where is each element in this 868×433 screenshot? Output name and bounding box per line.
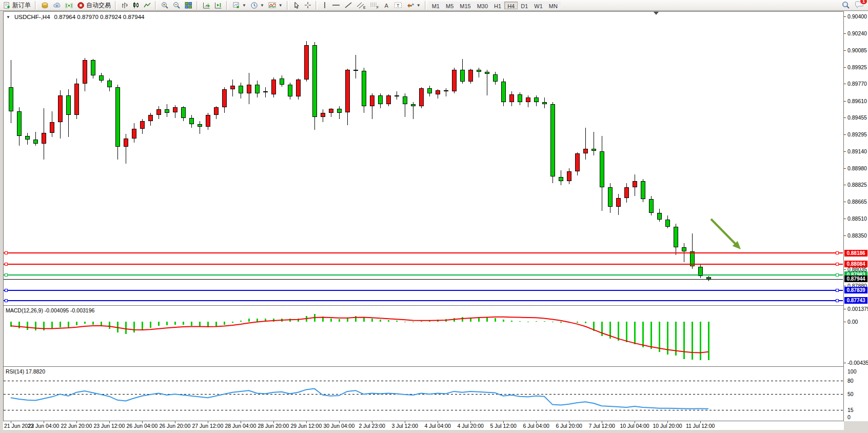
horizontal-line-button[interactable] xyxy=(330,1,342,10)
hline-price-badge: 0.88186 xyxy=(844,250,867,257)
fibonacci-icon: F xyxy=(370,2,379,9)
text-button[interactable]: A xyxy=(381,1,392,10)
signals-button[interactable] xyxy=(63,1,75,10)
zoom-out-button[interactable] xyxy=(171,1,183,10)
search-icon xyxy=(842,1,850,9)
fibonacci-button[interactable]: F xyxy=(368,1,381,10)
timeframe-w1[interactable]: W1 xyxy=(531,2,546,9)
timeframe-m5[interactable]: M5 xyxy=(443,2,457,9)
svg-text:E: E xyxy=(363,6,366,9)
chart-shift-button[interactable] xyxy=(212,1,224,10)
macd-axis-label: 0.00 xyxy=(847,319,858,325)
one-click-panel-toggle[interactable]: ▼ xyxy=(6,15,10,19)
tile-windows-button[interactable] xyxy=(183,1,194,10)
shapes-button[interactable]: ▼ xyxy=(404,1,423,10)
time-label: 27 Jun 12:00 xyxy=(192,423,224,429)
macd-axis-label: 0.001375 xyxy=(847,306,868,312)
gold-market-icon xyxy=(41,2,49,9)
timeframe-h1[interactable]: H1 xyxy=(491,2,504,9)
rsi-panel[interactable]: RSI(14) 17.8820 xyxy=(3,366,844,421)
rsi-axis-label: 15 xyxy=(847,407,854,413)
text-label-button[interactable]: T xyxy=(392,1,404,10)
timeframe-mn[interactable]: MN xyxy=(546,2,561,9)
price-tick-label: 0.89140 xyxy=(847,148,867,154)
equidistant-channel-button[interactable]: E xyxy=(354,1,368,10)
vertical-line-button[interactable] xyxy=(320,1,330,10)
line-chart-button[interactable] xyxy=(142,1,153,10)
dropdown-caret: ▼ xyxy=(260,3,264,8)
time-label: 10 Jul 20:00 xyxy=(653,423,682,429)
search-button[interactable] xyxy=(840,1,852,10)
separator xyxy=(115,1,117,10)
macd-panel[interactable]: MACD(12,26,9) -0.004095 -0.003196 xyxy=(3,305,844,367)
text-a-icon: A xyxy=(383,2,390,9)
timeframe-h4[interactable]: H4 xyxy=(504,2,518,9)
separator xyxy=(155,1,157,10)
separator xyxy=(315,1,318,10)
arrow-annotation xyxy=(4,12,843,306)
timeframe-m15[interactable]: M15 xyxy=(457,2,474,9)
price-axis[interactable]: 0.904000.902400.900850.899250.897700.896… xyxy=(844,11,868,421)
separator xyxy=(425,1,427,10)
price-tick-dash xyxy=(844,202,846,202)
autotrading-button[interactable]: 自动交易 xyxy=(75,1,113,10)
mt4-window: 新订单 自动交易 xyxy=(0,0,868,433)
price-tick-label: 0.90085 xyxy=(847,47,867,53)
cursor-button[interactable] xyxy=(291,1,302,10)
price-tick-label: 0.89925 xyxy=(847,64,867,70)
candlestick-chart-button[interactable] xyxy=(130,1,142,10)
chart-title: ▼ USDCHF-,H4 0.87964 0.87970 0.87924 0.8… xyxy=(6,14,144,20)
macd-tick-dash xyxy=(844,309,846,309)
time-label: 26 Jun 04:00 xyxy=(127,423,158,429)
time-label: 7 Jul 12:00 xyxy=(589,423,615,429)
auto-scroll-icon xyxy=(203,2,210,9)
zoom-in-icon xyxy=(161,2,169,9)
time-label: 11 Jul 12:00 xyxy=(686,423,715,429)
price-tick-dash xyxy=(844,16,846,17)
bar-chart-button[interactable] xyxy=(119,1,130,10)
bar-chart-icon xyxy=(121,2,128,9)
time-label: 3 Jul 12:00 xyxy=(392,423,418,429)
new-chart-button[interactable]: ▼ xyxy=(230,1,248,10)
price-tick-dash xyxy=(844,50,846,51)
time-label: 6 Jul 04:00 xyxy=(523,423,549,429)
timeframe-m1[interactable]: M1 xyxy=(429,2,443,9)
zoom-in-button[interactable] xyxy=(159,1,171,10)
main-chart-panel[interactable] xyxy=(3,11,844,306)
community-button[interactable] xyxy=(51,1,63,10)
crosshair-button[interactable] xyxy=(302,1,313,10)
timeframe-d1[interactable]: D1 xyxy=(518,2,531,9)
autotrading-label: 自动交易 xyxy=(86,1,111,10)
line-chart-icon xyxy=(144,2,151,9)
new-order-button[interactable]: 新订单 xyxy=(1,1,33,10)
time-label: 5 Jul 12:00 xyxy=(490,423,517,429)
period-button[interactable]: ▼ xyxy=(248,1,266,10)
market-button[interactable] xyxy=(39,1,51,10)
price-tick-label: 0.89295 xyxy=(847,131,867,137)
macd-label: MACD(12,26,9) -0.004095 -0.003196 xyxy=(6,307,94,313)
indicators-button[interactable]: ▼ xyxy=(266,1,285,10)
rsi-label: RSI(14) 17.8820 xyxy=(6,368,45,375)
time-axis[interactable]: 21 Jun 202322 Jun 04:0022 Jun 20:0023 Ju… xyxy=(3,421,844,430)
quote-ohlc: 0.87964 0.87970 0.87924 0.87944 xyxy=(54,14,145,20)
time-label: 30 Jun 04:00 xyxy=(324,423,355,429)
time-label: 28 Jun 20:00 xyxy=(258,423,289,429)
cloud-community-icon xyxy=(53,2,61,9)
notifications-button[interactable]: 1 xyxy=(855,0,864,10)
vertical-line-icon xyxy=(322,2,328,9)
separator xyxy=(287,1,289,10)
timeframe-m30[interactable]: M30 xyxy=(474,2,491,9)
rsi-axis-label: 50 xyxy=(847,391,854,397)
time-label: 23 Jun 12:00 xyxy=(94,423,125,429)
price-tick-dash xyxy=(844,185,846,185)
price-tick-label: 0.88980 xyxy=(847,165,867,171)
separator xyxy=(226,1,228,10)
time-label: 2 Jul 23:00 xyxy=(359,423,385,429)
time-label: 6 Jul 20:00 xyxy=(556,423,582,429)
hline-price-badge: 0.87839 xyxy=(844,287,867,293)
time-label: 22 Jun 04:00 xyxy=(28,423,60,429)
price-tick-dash xyxy=(844,84,846,84)
trendline-button[interactable] xyxy=(342,1,354,10)
auto-scroll-button[interactable] xyxy=(201,1,212,10)
price-tick-label: 0.89610 xyxy=(847,98,867,104)
